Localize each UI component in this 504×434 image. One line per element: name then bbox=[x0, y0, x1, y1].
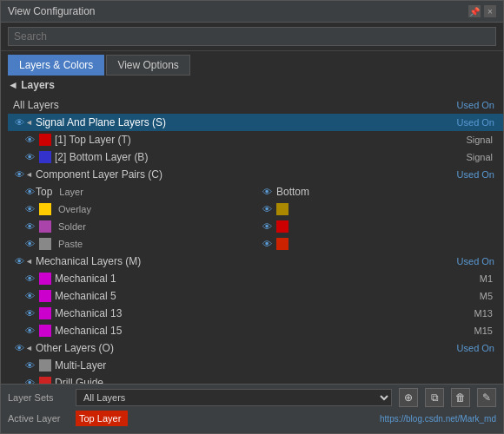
color-swatch bbox=[39, 134, 51, 146]
layer-name: [1] Top Layer (T) bbox=[55, 134, 466, 146]
eye-icon[interactable]: 👁 bbox=[23, 238, 36, 250]
layer-name: Drill Guide bbox=[55, 377, 498, 384]
add-layer-set-button[interactable]: ⊕ bbox=[399, 388, 418, 407]
copy-layer-set-button[interactable]: ⧉ bbox=[425, 388, 444, 407]
triangle-icon: ◄ bbox=[25, 344, 33, 352]
search-input[interactable] bbox=[8, 27, 496, 46]
list-item[interactable]: 👁 ◄ Signal And Plane Layers (S) Used On bbox=[8, 114, 503, 131]
content-area: ◄ Layers All Layers Used On 👁 ◄ Signal A… bbox=[1, 76, 503, 384]
eye-icon[interactable]: 👁 bbox=[261, 186, 273, 198]
color-swatch bbox=[39, 325, 51, 337]
layer-sets-select[interactable]: All Layers bbox=[76, 389, 392, 406]
layers-list: All Layers Used On 👁 ◄ Signal And Plane … bbox=[1, 93, 503, 384]
eye-icon[interactable]: 👁 bbox=[23, 203, 36, 215]
pair-right: 👁 Bottom bbox=[261, 186, 498, 198]
pair-bottom-label: Bottom bbox=[276, 186, 309, 198]
footer: Layer Sets All Layers ⊕ ⧉ 🗑 ✎ Active Lay… bbox=[1, 384, 503, 433]
color-swatch bbox=[39, 273, 51, 285]
layer-type: Signal bbox=[466, 135, 493, 145]
tab-layers-colors[interactable]: Layers & Colors bbox=[8, 55, 104, 76]
edit-layer-set-button[interactable]: ✎ bbox=[477, 388, 496, 407]
used-on-label: Used On bbox=[457, 256, 494, 266]
list-item[interactable]: 👁 Drill Guide bbox=[18, 374, 503, 384]
eye-icon[interactable]: 👁 bbox=[13, 168, 25, 181]
eye-icon[interactable]: 👁 bbox=[261, 203, 273, 215]
eye-icon[interactable]: 👁 bbox=[261, 238, 273, 250]
close-button[interactable]: × bbox=[484, 5, 496, 17]
eye-icon[interactable]: 👁 bbox=[23, 377, 36, 384]
layer-sets-label: Layer Sets bbox=[8, 392, 69, 403]
list-item[interactable]: 👁 Solder 👁 bbox=[18, 218, 503, 235]
layer-name: Mechanical 1 bbox=[55, 273, 480, 285]
layer-type: M1 bbox=[480, 273, 493, 284]
list-item[interactable]: 👁 [2] Bottom Layer (B) Signal bbox=[18, 148, 503, 166]
pair-right: 👁 bbox=[261, 203, 498, 215]
color-swatch bbox=[39, 359, 51, 372]
list-item[interactable]: 👁 ◄ Component Layer Pairs (C) Used On bbox=[8, 166, 503, 183]
view-configuration-window: View Configuration 📌 × Layers & Colors V… bbox=[0, 0, 504, 434]
tab-view-options[interactable]: View Options bbox=[106, 55, 189, 76]
list-item[interactable]: All Layers Used On bbox=[1, 96, 503, 114]
layer-type: M13 bbox=[474, 308, 493, 319]
pin-button[interactable]: 📌 bbox=[468, 5, 481, 17]
used-on-label: Used On bbox=[457, 169, 494, 180]
eye-icon[interactable]: 👁 bbox=[13, 255, 25, 267]
color-swatch bbox=[39, 290, 51, 302]
solder-label: Solder bbox=[58, 221, 86, 232]
eye-icon[interactable]: 👁 bbox=[23, 290, 36, 302]
eye-icon[interactable]: 👁 bbox=[23, 307, 36, 319]
list-item[interactable]: 👁 Multi-Layer bbox=[18, 357, 503, 374]
list-item[interactable]: 👁 Mechanical 15 M15 bbox=[18, 322, 503, 339]
eye-icon[interactable]: 👁 bbox=[23, 134, 36, 146]
active-layer-swatch[interactable]: Top Layer bbox=[76, 411, 128, 426]
active-layer-value: Top Layer bbox=[79, 413, 121, 424]
list-item[interactable]: 👁 Mechanical 13 M13 bbox=[18, 305, 503, 322]
layer-sets-row: Layer Sets All Layers ⊕ ⧉ 🗑 ✎ bbox=[8, 388, 496, 407]
list-item[interactable]: 👁 Mechanical 5 M5 bbox=[18, 287, 503, 305]
color-swatch bbox=[276, 203, 288, 215]
list-item[interactable]: 👁 [1] Top Layer (T) Signal bbox=[18, 131, 503, 148]
pair-left: 👁 Overlay bbox=[23, 203, 261, 215]
color-swatch bbox=[276, 220, 288, 233]
color-swatch bbox=[39, 307, 51, 319]
pair-right: 👁 bbox=[261, 238, 498, 250]
eye-icon[interactable]: 👁 bbox=[261, 220, 273, 233]
layer-type: M15 bbox=[474, 326, 493, 336]
layer-type: M5 bbox=[480, 291, 493, 301]
layer-name: Mechanical Layers (M) bbox=[36, 255, 457, 267]
eye-icon[interactable]: 👁 bbox=[23, 220, 36, 233]
used-on-label: Used On bbox=[457, 117, 494, 128]
title-bar: View Configuration 📌 × bbox=[1, 1, 503, 23]
layer-name: Mechanical 15 bbox=[55, 325, 474, 337]
list-item[interactable]: 👁 ◄ Mechanical Layers (M) Used On bbox=[8, 253, 503, 270]
eye-icon[interactable]: 👁 bbox=[13, 342, 25, 354]
eye-icon[interactable]: 👁 bbox=[13, 116, 25, 128]
color-swatch bbox=[39, 203, 51, 215]
color-swatch bbox=[276, 238, 288, 250]
active-layer-row: Active Layer Top Layer https://blog.csdn… bbox=[8, 411, 496, 426]
eye-icon[interactable]: 👁 bbox=[23, 186, 36, 198]
layer-type: Signal bbox=[466, 152, 493, 162]
list-item[interactable]: 👁 Overlay 👁 bbox=[18, 201, 503, 218]
pair-left: 👁 Top Layer bbox=[23, 186, 261, 198]
pair-left: 👁 Solder bbox=[23, 220, 261, 233]
eye-icon[interactable]: 👁 bbox=[23, 359, 36, 372]
tabs-container: Layers & Colors View Options bbox=[1, 51, 503, 76]
eye-icon[interactable]: 👁 bbox=[23, 325, 36, 337]
list-item[interactable]: 👁 Mechanical 1 M1 bbox=[18, 270, 503, 287]
color-swatch bbox=[39, 220, 51, 233]
eye-icon[interactable]: 👁 bbox=[23, 273, 36, 285]
used-on-label: Used On bbox=[457, 343, 494, 353]
delete-layer-set-button[interactable]: 🗑 bbox=[451, 388, 470, 407]
layer-name: Mechanical 13 bbox=[55, 307, 474, 319]
pair-layer-label: Layer bbox=[59, 187, 83, 197]
paste-label: Paste bbox=[58, 239, 83, 249]
layer-name: Other Layers (O) bbox=[36, 342, 457, 354]
color-swatch bbox=[39, 238, 51, 250]
list-item[interactable]: 👁 ◄ Other Layers (O) Used On bbox=[8, 339, 503, 357]
list-item[interactable]: 👁 Paste 👁 bbox=[18, 235, 503, 253]
color-swatch bbox=[39, 151, 51, 163]
component-pairs-header: 👁 Top Layer 👁 Bottom bbox=[18, 183, 503, 201]
triangle-icon: ◄ bbox=[25, 170, 33, 179]
eye-icon[interactable]: 👁 bbox=[23, 151, 36, 163]
